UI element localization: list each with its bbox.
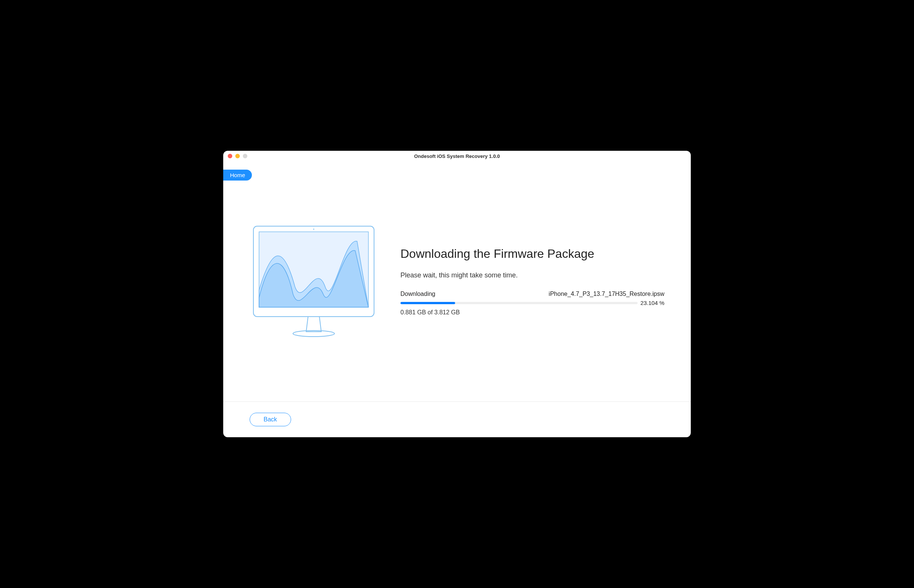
- home-tab[interactable]: Home: [223, 170, 252, 181]
- download-size-text: 0.881 GB of 3.812 GB: [400, 309, 664, 316]
- app-window: Ondesoft iOS System Recovery 1.0.0 Home: [223, 151, 691, 437]
- back-button[interactable]: Back: [250, 413, 291, 426]
- titlebar: Ondesoft iOS System Recovery 1.0.0: [223, 151, 691, 162]
- window-title: Ondesoft iOS System Recovery 1.0.0: [414, 153, 500, 159]
- monitor-illustration: [250, 222, 378, 341]
- page-heading: Downloading the Firmware Package: [400, 247, 664, 261]
- back-button-label: Back: [264, 416, 277, 423]
- download-status-label: Downloading: [400, 291, 435, 297]
- monitor-chart-icon: [250, 222, 378, 339]
- download-file-name: iPhone_4.7_P3_13.7_17H35_Restore.ipsw: [548, 291, 664, 297]
- download-info: Downloading the Firmware Package Please …: [400, 247, 664, 316]
- page-subtext: Please wait, this might take some time.: [400, 271, 664, 279]
- main-content: Downloading the Firmware Package Please …: [223, 162, 691, 401]
- minimize-icon[interactable]: [235, 154, 240, 158]
- close-icon[interactable]: [228, 154, 232, 158]
- footer: Back: [223, 401, 691, 437]
- svg-point-3: [313, 228, 314, 229]
- home-tab-label: Home: [230, 172, 245, 178]
- progress-row: 23.104 %: [400, 300, 664, 306]
- download-label-row: Downloading iPhone_4.7_P3_13.7_17H35_Res…: [400, 291, 664, 297]
- progress-percent-text: 23.104 %: [641, 300, 664, 306]
- traffic-lights: [228, 154, 248, 158]
- progress-bar: [400, 302, 637, 304]
- progress-fill: [400, 302, 455, 304]
- maximize-icon[interactable]: [243, 154, 248, 158]
